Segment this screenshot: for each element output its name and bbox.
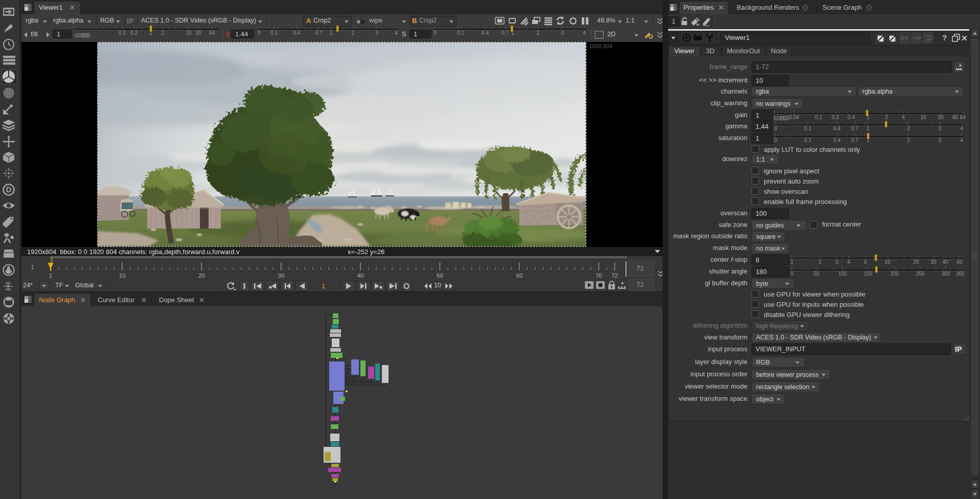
svg-text:200: 200 [891, 271, 899, 277]
svg-text:3: 3 [938, 126, 941, 131]
svg-text:1: 1 [790, 259, 793, 265]
svg-text:4: 4 [960, 138, 963, 143]
svg-text:2: 2 [161, 30, 164, 36]
svg-text:40: 40 [942, 259, 948, 265]
svg-text:0.7: 0.7 [502, 30, 509, 36]
svg-text:10: 10 [884, 259, 891, 265]
svg-text:0.4: 0.4 [293, 30, 300, 36]
svg-text:20: 20 [198, 273, 205, 279]
svg-text:6: 6 [864, 259, 867, 265]
svg-text:0: 0 [774, 126, 777, 131]
svg-text:D: D [6, 185, 12, 194]
svg-text:0.04: 0.04 [789, 115, 799, 120]
svg-text:30: 30 [278, 273, 284, 279]
svg-text:64: 64 [209, 30, 215, 36]
svg-text:3: 3 [938, 138, 941, 143]
svg-text:360: 360 [956, 271, 965, 277]
svg-text:10: 10 [186, 30, 192, 36]
svg-text:150: 150 [864, 271, 873, 277]
svg-text:40: 40 [952, 115, 958, 120]
svg-text:0: 0 [774, 138, 777, 143]
svg-text:64: 64 [960, 115, 966, 120]
svg-text:30: 30 [930, 259, 937, 265]
svg-text:4: 4 [960, 126, 963, 131]
svg-text:0.1: 0.1 [270, 30, 278, 36]
svg-text:1: 1 [330, 30, 333, 36]
svg-text:1: 1 [49, 273, 52, 279]
svg-text:0.4: 0.4 [833, 138, 840, 143]
svg-text:0.1: 0.1 [804, 126, 811, 131]
svg-text:0.1: 0.1 [815, 115, 822, 120]
svg-text:4: 4 [902, 115, 905, 120]
svg-text:20: 20 [913, 259, 919, 265]
svg-text:20: 20 [195, 30, 201, 36]
svg-text:3: 3 [375, 30, 378, 36]
svg-text:0.7: 0.7 [851, 138, 858, 143]
svg-text:50: 50 [437, 273, 443, 279]
svg-text:2: 2 [907, 126, 910, 131]
svg-text:300: 300 [942, 271, 950, 277]
svg-text:0.1: 0.1 [804, 138, 811, 143]
svg-text:0.1: 0.1 [119, 30, 126, 36]
svg-text:2: 2 [907, 138, 910, 143]
svg-text:2: 2 [885, 115, 888, 120]
svg-text:2: 2 [536, 30, 539, 36]
svg-text:0.1: 0.1 [457, 30, 464, 36]
svg-text:1: 1 [50, 257, 53, 263]
svg-text:10: 10 [119, 273, 126, 279]
svg-text:20: 20 [938, 115, 944, 120]
svg-text:0: 0 [258, 30, 261, 36]
svg-text:3: 3 [561, 30, 564, 36]
svg-text:0: 0 [434, 30, 437, 36]
svg-text:1: 1 [867, 126, 870, 131]
svg-text:10: 10 [920, 115, 926, 120]
svg-text:250: 250 [916, 271, 925, 277]
svg-text:0.4: 0.4 [833, 126, 840, 131]
svg-text:60: 60 [516, 273, 523, 279]
svg-text:100: 100 [838, 271, 847, 277]
svg-text:4: 4 [847, 259, 850, 265]
svg-text:0.7: 0.7 [315, 30, 323, 36]
svg-text:0.4: 0.4 [482, 30, 489, 36]
svg-text:2: 2 [351, 30, 354, 36]
svg-text:40: 40 [357, 273, 364, 279]
svg-text:50: 50 [813, 271, 819, 277]
svg-text:0: 0 [790, 271, 793, 277]
svg-text:60: 60 [956, 259, 963, 265]
svg-text:0.7: 0.7 [851, 126, 858, 131]
svg-text:0.4: 0.4 [848, 115, 855, 120]
svg-text:4: 4 [583, 30, 586, 36]
svg-text:2: 2 [818, 259, 822, 265]
svg-text:0.2: 0.2 [130, 30, 138, 36]
svg-text:0.2: 0.2 [832, 115, 839, 120]
svg-text:4: 4 [395, 30, 398, 36]
svg-text:3: 3 [835, 259, 838, 265]
